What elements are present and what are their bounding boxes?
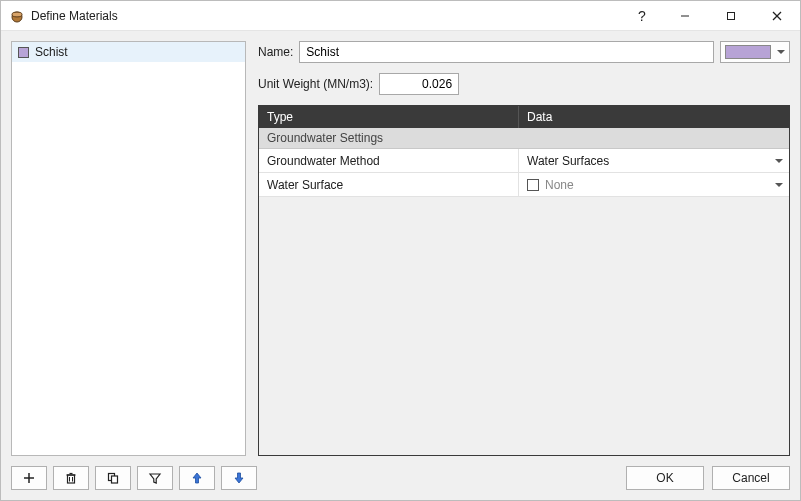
chevron-down-icon xyxy=(777,50,785,54)
material-list-item[interactable]: Schist xyxy=(12,42,245,62)
unit-weight-label: Unit Weight (MN/m3): xyxy=(258,77,373,91)
dialog-bottom-bar: OK Cancel xyxy=(11,466,790,490)
svg-rect-14 xyxy=(112,476,118,483)
material-color-swatch xyxy=(18,47,29,58)
table-row: Water Surface None xyxy=(259,173,789,197)
app-icon xyxy=(9,8,25,24)
property-name: Water Surface xyxy=(259,173,519,196)
material-toolbar xyxy=(11,466,257,490)
water-surface-checkbox[interactable] xyxy=(527,179,539,191)
material-name-label: Schist xyxy=(35,45,68,59)
cancel-button[interactable]: Cancel xyxy=(712,466,790,490)
svg-marker-17 xyxy=(235,473,243,483)
dropdown-value: None xyxy=(545,178,574,192)
filter-button[interactable] xyxy=(137,466,173,490)
properties-table: Type Data Groundwater Settings Groundwat… xyxy=(258,105,790,456)
name-input[interactable] xyxy=(299,41,714,63)
svg-rect-8 xyxy=(68,475,75,483)
window-title: Define Materials xyxy=(31,9,118,23)
dropdown-value: Water Surfaces xyxy=(527,154,609,168)
move-down-button[interactable] xyxy=(221,466,257,490)
material-properties-panel: Name: Unit Weight (MN/m3): Type Data xyxy=(258,41,790,456)
unit-weight-input[interactable] xyxy=(379,73,459,95)
table-header: Type Data xyxy=(259,106,789,128)
add-material-button[interactable] xyxy=(11,466,47,490)
help-button[interactable]: ? xyxy=(622,1,662,31)
color-chip xyxy=(725,45,771,59)
chevron-down-icon xyxy=(775,183,783,187)
property-name: Groundwater Method xyxy=(259,149,519,172)
chevron-down-icon xyxy=(775,159,783,163)
close-button[interactable] xyxy=(754,1,800,31)
groundwater-method-dropdown[interactable]: Water Surfaces xyxy=(519,149,789,172)
svg-rect-3 xyxy=(728,12,735,19)
dialog-content: Schist Name: Unit Weight (MN/m3): xyxy=(1,31,800,500)
ok-button[interactable]: OK xyxy=(626,466,704,490)
column-header-type: Type xyxy=(259,106,519,128)
svg-marker-16 xyxy=(193,473,201,483)
titlebar: Define Materials ? xyxy=(1,1,800,31)
minimize-button[interactable] xyxy=(662,1,708,31)
svg-point-1 xyxy=(12,12,22,17)
delete-material-button[interactable] xyxy=(53,466,89,490)
table-empty-area xyxy=(259,197,789,455)
table-row: Groundwater Method Water Surfaces xyxy=(259,149,789,173)
move-up-button[interactable] xyxy=(179,466,215,490)
materials-list[interactable]: Schist xyxy=(11,41,246,456)
water-surface-dropdown[interactable]: None xyxy=(519,173,789,196)
material-color-picker[interactable] xyxy=(720,41,790,63)
column-header-data: Data xyxy=(519,106,789,128)
svg-marker-15 xyxy=(150,474,160,483)
copy-material-button[interactable] xyxy=(95,466,131,490)
group-header-groundwater: Groundwater Settings xyxy=(259,128,789,149)
define-materials-dialog: Define Materials ? Schist Nam xyxy=(0,0,801,501)
name-label: Name: xyxy=(258,45,293,59)
maximize-button[interactable] xyxy=(708,1,754,31)
